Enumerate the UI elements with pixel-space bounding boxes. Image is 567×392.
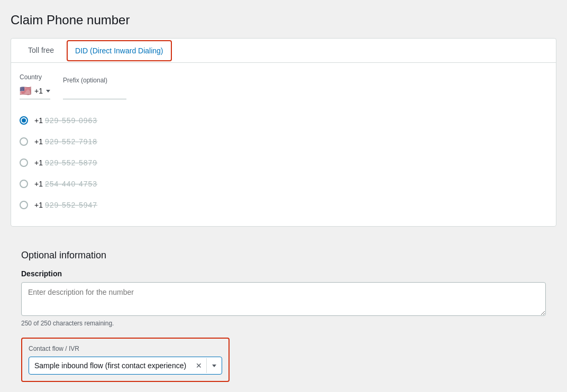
phone-number-1: +1929-559-0963 (34, 116, 97, 125)
description-textarea[interactable] (21, 282, 546, 316)
prefix-input[interactable] (63, 86, 126, 99)
radio-5[interactable] (20, 201, 28, 209)
phone-option-2[interactable]: +1929-552-7918 (20, 131, 547, 152)
tab-did[interactable]: DID (Direct Inward Dialing) (67, 40, 171, 61)
tabs-bar: Toll free DID (Direct Inward Dialing) (11, 39, 556, 63)
ivr-chevron-down-icon (212, 365, 216, 367)
phone-option-4[interactable]: +1254-440-4753 (20, 173, 547, 194)
radio-3[interactable] (20, 158, 28, 167)
flag-icon: 🇺🇸 (20, 85, 31, 97)
phone-option-1[interactable]: +1929-559-0963 (20, 110, 547, 131)
char-count: 250 of 250 characters remaining. (21, 320, 546, 327)
country-select[interactable]: 🇺🇸 +1 (20, 83, 50, 99)
phone-number-3: +1929-552-5879 (34, 158, 97, 167)
country-group: Country 🇺🇸 +1 (20, 73, 50, 99)
phone-options-list: +1929-559-0963 +1929-552-7918 +1929-552-… (20, 110, 547, 216)
phone-option-5[interactable]: +1929-552-5947 (20, 194, 547, 216)
country-label: Country (20, 73, 50, 81)
ivr-chevron-button[interactable] (207, 361, 222, 370)
prefix-label: Prefix (optional) (63, 77, 126, 84)
ivr-select-wrapper[interactable]: Sample inbound flow (first contact exper… (29, 357, 222, 375)
prefix-group: Prefix (optional) (63, 77, 126, 99)
phone-option-3[interactable]: +1929-552-5879 (20, 152, 547, 173)
card-body: Country 🇺🇸 +1 Prefix (optional) (11, 63, 556, 226)
form-row: Country 🇺🇸 +1 Prefix (optional) (20, 73, 547, 99)
radio-4[interactable] (20, 180, 28, 188)
tab-toll-free[interactable]: Toll free (20, 39, 62, 63)
ivr-section: Contact flow / IVR Sample inbound flow (… (21, 338, 230, 382)
ivr-label: Contact flow / IVR (29, 345, 222, 352)
optional-section-title: Optional information (21, 250, 546, 261)
description-label: Description (21, 269, 546, 278)
radio-1[interactable] (20, 116, 28, 125)
page-title: Claim Phone number (11, 13, 556, 27)
radio-inner-1 (22, 118, 26, 123)
phone-number-2: +1929-552-7918 (34, 137, 97, 146)
ivr-select-value: Sample inbound flow (first contact exper… (29, 357, 191, 374)
optional-section: Optional information Description 250 of … (11, 239, 556, 392)
phone-selection-card: Toll free DID (Direct Inward Dialing) Co… (11, 38, 556, 227)
radio-2[interactable] (20, 137, 28, 146)
phone-number-5: +1929-552-5947 (34, 201, 97, 209)
ivr-clear-button[interactable]: ✕ (191, 358, 207, 373)
country-code: +1 (34, 87, 43, 95)
phone-number-4: +1254-440-4753 (34, 180, 97, 188)
chevron-down-icon (46, 90, 50, 92)
